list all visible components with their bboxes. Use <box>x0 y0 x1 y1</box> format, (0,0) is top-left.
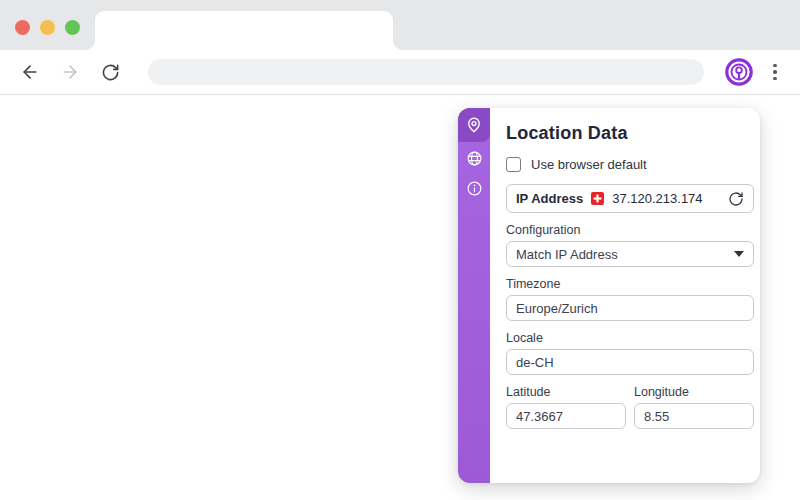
swiss-flag-icon <box>591 192 604 205</box>
latitude-label: Latitude <box>506 385 626 399</box>
use-browser-default-checkbox[interactable] <box>506 157 521 172</box>
longitude-label: Longitude <box>634 385 754 399</box>
ip-address-label: IP Address <box>516 191 583 206</box>
window-controls <box>15 20 80 35</box>
browser-toolbar <box>0 50 800 95</box>
map-pin-icon <box>465 116 483 134</box>
panel-title: Location Data <box>506 123 754 144</box>
globe-icon <box>466 150 483 167</box>
configuration-selected-value: Match IP Address <box>516 247 618 262</box>
ip-address-box: IP Address 37.120.213.174 <box>506 184 754 213</box>
refresh-ip-button[interactable] <box>728 191 744 207</box>
sidebar-item-about[interactable] <box>458 174 490 202</box>
kebab-dot <box>773 70 777 74</box>
latitude-input[interactable] <box>506 403 626 429</box>
configuration-select[interactable]: Match IP Address <box>506 241 754 267</box>
browser-default-row: Use browser default <box>506 157 754 172</box>
sidebar-item-network[interactable] <box>458 144 490 172</box>
window-close-button[interactable] <box>15 20 30 35</box>
page-content: Location Data Use browser default IP Add… <box>0 95 800 499</box>
back-button[interactable] <box>16 58 44 86</box>
reload-button[interactable] <box>96 58 124 86</box>
back-arrow-icon <box>20 62 40 82</box>
panel-sidebar <box>458 108 490 483</box>
extension-button[interactable] <box>724 57 754 87</box>
chevron-down-icon <box>734 251 744 257</box>
address-bar-input[interactable] <box>148 59 704 85</box>
timezone-input[interactable] <box>506 295 754 321</box>
kebab-dot <box>773 77 777 81</box>
sidebar-item-location[interactable] <box>458 108 490 142</box>
lat-lng-row: Latitude Longitude <box>506 375 754 429</box>
browser-titlebar <box>0 0 800 50</box>
checkbox-label: Use browser default <box>531 157 647 172</box>
reload-icon <box>101 63 120 82</box>
configuration-label: Configuration <box>506 223 754 237</box>
extension-logo-icon <box>724 57 754 87</box>
timezone-label: Timezone <box>506 277 754 291</box>
forward-arrow-icon <box>60 62 80 82</box>
panel-content: Location Data Use browser default IP Add… <box>490 108 766 483</box>
kebab-dot <box>773 64 777 68</box>
ip-address-value: 37.120.213.174 <box>612 191 702 206</box>
window-minimize-button[interactable] <box>40 20 55 35</box>
locale-input[interactable] <box>506 349 754 375</box>
refresh-icon <box>728 191 744 207</box>
longitude-column: Longitude <box>634 375 754 429</box>
window-maximize-button[interactable] <box>65 20 80 35</box>
location-data-panel: Location Data Use browser default IP Add… <box>458 108 760 483</box>
forward-button[interactable] <box>56 58 84 86</box>
latitude-column: Latitude <box>506 375 626 429</box>
browser-menu-button[interactable] <box>766 58 784 86</box>
longitude-input[interactable] <box>634 403 754 429</box>
locale-label: Locale <box>506 331 754 345</box>
browser-tab[interactable] <box>95 11 393 50</box>
info-icon <box>466 180 483 197</box>
